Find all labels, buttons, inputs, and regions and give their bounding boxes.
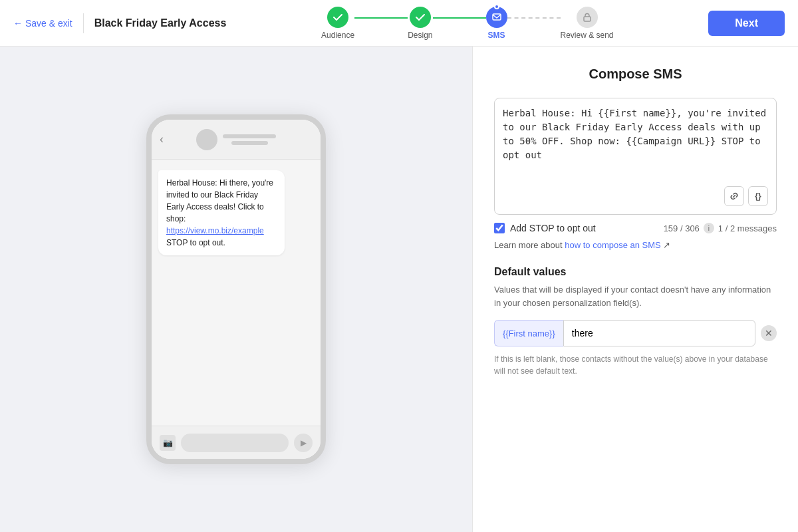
add-stop-row: Add STOP to opt out 159 / 306 i 1 / 2 me…	[494, 223, 777, 233]
steps-nav: Audience Design SMS Review & send	[321, 7, 613, 40]
link-icon	[730, 192, 739, 201]
connector-3	[507, 17, 561, 19]
step-design[interactable]: Design	[408, 7, 432, 40]
phone-input-bar	[181, 434, 289, 452]
phone-contact-avatar	[196, 129, 217, 150]
insert-link-button[interactable]	[724, 186, 744, 206]
step-design-circle	[410, 7, 431, 28]
header: ← Save & exit Black Friday Early Access …	[0, 0, 798, 47]
compose-sms-panel: Compose SMS {} Add STOP to opt out	[472, 47, 798, 532]
field-tag: {{First name}}	[494, 320, 563, 346]
personalization-field-row: {{First name}} ✕	[494, 320, 777, 346]
header-left: ← Save & exit Black Friday Early Access	[13, 13, 226, 33]
step-audience-label: Audience	[321, 31, 354, 40]
learn-more-prefix: Learn more about	[494, 240, 565, 250]
phone-contact-name	[223, 134, 276, 145]
next-button[interactable]: Next	[708, 11, 785, 36]
insert-variable-button[interactable]: {}	[748, 186, 768, 206]
sms-message-wrapper: {}	[494, 98, 777, 215]
field-default-value-input[interactable]	[563, 320, 755, 346]
remove-field-button[interactable]: ✕	[761, 325, 777, 341]
svg-rect-1	[584, 17, 591, 21]
step-review-circle	[577, 7, 598, 28]
save-exit-link[interactable]: ← Save & exit	[13, 18, 72, 29]
step-audience[interactable]: Audience	[321, 7, 354, 40]
step-sms[interactable]: SMS	[486, 7, 507, 40]
step-review: Review & send	[561, 7, 614, 40]
phone-name-line-1	[223, 134, 276, 138]
default-values-desc: Values that will be displayed if your co…	[494, 283, 777, 309]
phone-mockup: ‹ Herbal House: Hi there, you're invited…	[146, 114, 326, 464]
sms-preview-bubble: Herbal House: Hi there, you're invited t…	[158, 170, 285, 255]
add-stop-label: Add STOP to opt out	[510, 223, 596, 233]
sms-preview-text: Herbal House: Hi there, you're invited t…	[166, 178, 273, 223]
step-sms-circle	[486, 7, 507, 28]
phone-back-icon: ‹	[160, 132, 164, 146]
braces-icon: {}	[755, 192, 761, 201]
char-count-info-icon[interactable]: i	[704, 223, 714, 233]
add-stop-left: Add STOP to opt out	[494, 223, 596, 233]
add-stop-checkbox[interactable]	[494, 223, 505, 233]
connector-1	[354, 17, 408, 19]
header-divider	[83, 13, 84, 33]
phone-bottom-bar: 📷 ▶	[152, 426, 321, 459]
step-sms-label: SMS	[487, 31, 505, 40]
learn-more-link[interactable]: how to compose an SMS	[565, 240, 661, 250]
svg-rect-0	[493, 14, 501, 20]
compose-sms-title: Compose SMS	[494, 66, 777, 82]
message-stats: 159 / 306 i 1 / 2 messages	[664, 223, 777, 233]
connector-2	[433, 17, 486, 19]
main-content: ‹ Herbal House: Hi there, you're invited…	[0, 47, 798, 532]
sms-preview-suffix: STOP to opt out.	[166, 238, 225, 247]
textarea-toolbar: {}	[503, 186, 768, 206]
campaign-title: Black Friday Early Access	[94, 17, 227, 29]
sms-message-input[interactable]	[503, 106, 768, 180]
char-count: 159 / 306	[664, 223, 700, 233]
step-audience-circle	[327, 7, 348, 28]
learn-more-row: Learn more about how to compose an SMS ↗	[494, 240, 777, 250]
default-values-title: Default values	[494, 266, 777, 278]
phone-name-line-2	[231, 141, 268, 145]
phone-send-icon: ▶	[294, 434, 313, 452]
step-design-label: Design	[408, 31, 432, 40]
step-review-label: Review & send	[561, 31, 614, 40]
phone-preview-panel: ‹ Herbal House: Hi there, you're invited…	[0, 47, 472, 532]
phone-camera-icon: 📷	[160, 435, 176, 451]
hint-text: If this is left blank, those contacts wi…	[494, 353, 777, 377]
phone-top-bar: ‹	[152, 120, 321, 160]
message-count: 1 / 2 messages	[718, 223, 777, 233]
sms-preview-link: https://view.mo.biz/example	[166, 226, 264, 235]
phone-body: Herbal House: Hi there, you're invited t…	[152, 160, 321, 426]
